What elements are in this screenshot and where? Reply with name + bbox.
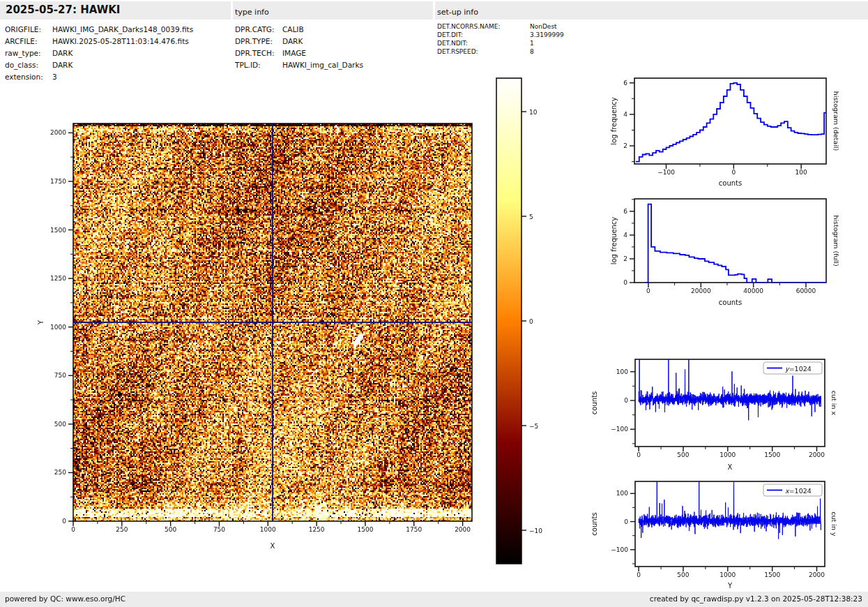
x-tick-label: 500 [677,451,689,458]
x-tick-label: 0 [71,526,75,533]
meta-value: HAWKI_IMG_DARK_Darks148_0039.fits [52,25,193,33]
meta-value: IMAGE [282,49,306,57]
x-axis-label: X [271,542,275,550]
footer-right-text: created by qc_rawdisp.py v1.2.3 on 2025-… [650,594,862,603]
meta-value: CALIB [282,25,304,33]
y-tick-label: 1500 [50,227,66,234]
x-tick-label: 60000 [796,287,816,294]
colorbar [496,78,521,564]
legend-label: y=1024 [785,365,812,373]
x-axis-label: counts [719,179,742,187]
y-axis-label: log frequency [610,217,618,265]
setup-info-title: set-up info [437,8,478,17]
legend-cut-in-x: y=1024 [763,362,822,374]
meta-key: extension: [5,73,43,81]
x-tick-label: 1000 [719,571,736,578]
plot-right-label: histogram (detail) [832,91,840,151]
y-tick-label: −100 [611,546,628,553]
y-tick-label: 0 [624,397,628,404]
x-axis-label: X [728,463,733,471]
x-axis-label: counts [719,299,742,306]
meta-key: DPR.TECH: [235,49,275,57]
y-tick-label: 1250 [50,275,66,282]
colorbar-tick-label: 0 [529,318,533,325]
y-tick-label: 1750 [50,178,66,185]
meta-key: raw_type: [5,49,41,57]
meta-key: DET.NDIT: [437,40,468,47]
meta-key: DPR.CATG: [235,25,274,33]
colorbar-tick-label: −10 [529,527,542,534]
y-tick-label: 6 [623,80,627,87]
meta-key: DET.NCORRS.NAME: [437,23,500,30]
y-axis-label: counts [591,512,598,535]
plot-right-label: cut in x [830,391,838,416]
meta-key: DET.RSPEED: [437,48,478,55]
y-tick-label: 1000 [50,324,66,331]
page-title: 2025-05-27: HAWKI [6,3,120,16]
x-tick-label: 1250 [309,526,325,533]
meta-key: ARCFILE: [5,37,37,45]
y-tick-label: 6 [623,208,627,215]
x-tick-label: 1500 [764,571,780,578]
x-tick-label: 0 [637,451,641,458]
meta-value: HAWKI_img_cal_Darks [282,61,363,69]
colorbar-tick-label: −5 [529,423,538,430]
plot-histogram-full: 02000040000600000246countslog frequencyh… [610,199,840,306]
x-tick-label: 500 [165,526,176,533]
meta-key: do_class: [5,61,38,69]
meta-key: DPR.TYPE: [235,37,273,45]
x-tick-label: 1000 [719,451,736,458]
y-tick-label: 2 [623,142,627,149]
meta-value: DARK [52,49,73,57]
colorbar-tick-label: 10 [529,109,538,116]
y-tick-label: 750 [54,372,66,379]
x-tick-label: 2000 [809,571,825,578]
y-axis-label: log frequency [610,97,618,145]
y-tick-label: 0 [624,518,628,525]
x-tick-label: 0 [637,571,641,578]
x-tick-label: 250 [116,526,128,533]
x-tick-label: 1000 [260,526,276,533]
meta-key: DET.DIT: [437,31,463,38]
y-tick-label: 4 [623,111,627,118]
y-tick-label: 0 [62,518,66,525]
y-tick-label: 2000 [50,129,66,136]
y-axis-label: Y [37,320,45,325]
meta-value: 3.3199999 [530,31,564,38]
x-tick-label: 40000 [743,287,763,294]
meta-value: DARK [282,37,303,45]
type-info-title: type info [235,8,269,17]
plot-right-label: cut in y [830,511,838,537]
header-bar [435,1,868,20]
meta-key: TPL.ID: [235,61,261,69]
legend-cut-in-y: x=1024 [763,484,822,496]
x-tick-label: 750 [213,526,225,533]
y-tick-label: 100 [616,368,628,375]
y-tick-label: −100 [611,426,628,433]
meta-value: DARK [52,61,73,69]
y-tick-label: 500 [54,421,66,428]
series-line [639,358,821,420]
x-tick-label: −100 [657,169,675,176]
x-tick-label: 0 [731,169,736,176]
y-tick-label: 2 [623,255,627,262]
x-axis-label: Y [727,582,733,590]
x-tick-label: 1500 [357,526,373,533]
meta-value: HAWKI.2025-05-28T11:03:14.476.fits [52,37,189,45]
plot-cut-in-y: 0500100015002000−1000100Ycountscut in yx… [591,480,838,590]
plot-cut-in-x: 0500100015002000−1000100Xcountscut in xy… [591,358,838,471]
meta-value: 8 [530,48,534,55]
x-tick-label: 2000 [809,451,825,458]
colorbar-tick-label: 5 [529,213,533,220]
meta-value: 1 [530,40,534,47]
x-tick-label: 0 [646,287,650,294]
series-line [636,83,828,162]
x-tick-label: 500 [677,571,689,578]
y-tick-label: 100 [616,490,628,497]
meta-value: 3 [52,73,57,81]
x-tick-label: 1500 [764,451,780,458]
qc-report-page: 2025-05-27: HAWKI type info set-up info … [0,0,868,607]
y-tick-label: 4 [623,232,627,239]
series-line [639,480,821,539]
meta-key: ORIGFILE: [5,25,41,33]
